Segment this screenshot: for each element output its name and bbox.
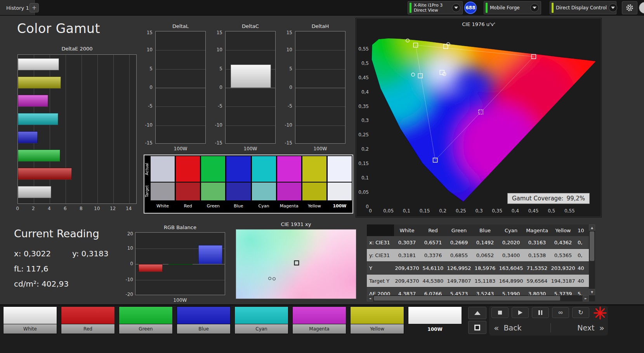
reading-cdm2: cd/m²: 402,93 [14, 279, 69, 289]
chart-title: DeltaH [295, 23, 345, 29]
y-tick-label: -10 [145, 122, 153, 128]
horizontal-scrollbar[interactable]: ◄ ► [367, 295, 589, 301]
table-cell: 209,4370 [394, 278, 420, 284]
next-button[interactable]: Next » [556, 322, 604, 334]
target-swatch-yellow [302, 183, 326, 200]
y-tick-label: 0,05 [357, 190, 369, 195]
gamut-coverage-value: 99,2% [566, 195, 585, 202]
stop-icon [498, 311, 502, 315]
patch-label: Magenta [292, 324, 346, 334]
meter-count-badge[interactable]: 688 [464, 2, 477, 14]
chevron-down-icon[interactable] [609, 3, 617, 12]
table-row-target-y[interactable]: Target Y209,437044,5380149,780715,118316… [367, 275, 589, 287]
refresh-button[interactable]: ↻ [572, 307, 589, 318]
bar-blue [18, 131, 38, 143]
deltae-x-axis: 02468101214 [16, 206, 141, 212]
y-tick-label: -15 [145, 140, 153, 146]
stop-button[interactable] [491, 307, 509, 318]
source-status-bar [486, 3, 488, 13]
bar-100w [18, 186, 51, 198]
table-row-x-cie31[interactable]: x: CIE310,30370,65710,26690,14920,20200,… [367, 236, 589, 249]
table-row-y[interactable]: Y209,437054,6110126,995218,5976163,60457… [367, 262, 589, 275]
bar-green [168, 264, 193, 265]
table-row-y-cie31[interactable]: y: CIE310,31810,33760,68550,06520,34000,… [367, 249, 589, 262]
target-swatch-blue [226, 183, 250, 200]
x-tick-label: 0,3 [475, 208, 483, 214]
loop-button[interactable]: ∞ [552, 307, 569, 318]
settings-button[interactable] [622, 1, 637, 14]
y-tick-label: 0 [357, 204, 369, 209]
add-tab-button[interactable]: + [30, 3, 39, 12]
table-cell: 6,0766 [420, 291, 446, 296]
swatch-label: White [151, 200, 175, 211]
horizontal-scroll-thumb[interactable] [374, 296, 560, 301]
scroll-right-button[interactable]: ► [583, 295, 589, 301]
col-header-green: Green [446, 228, 472, 233]
patch-magenta[interactable]: Magenta [292, 306, 346, 334]
swatch-column-white: White [151, 156, 175, 213]
patch-white[interactable]: White [3, 306, 57, 334]
actual-swatch-red [176, 156, 200, 182]
up-arrow-button[interactable] [468, 307, 486, 319]
gridline [97, 55, 98, 203]
table-row-e-2000[interactable]: ΔE 20004,38376,07665,45733,52435,19903,8… [367, 287, 589, 295]
actual-swatch-green [201, 156, 225, 182]
gridline [156, 106, 205, 107]
reading-x: x: 0,3022 [14, 249, 72, 258]
scroll-left-button[interactable]: ◄ [367, 295, 373, 301]
gridline [156, 50, 205, 50]
table-cell: 5, [576, 291, 589, 296]
col-header-yellow: Yellow [550, 228, 576, 233]
plot-area [225, 31, 276, 144]
display-control-selector[interactable]: Direct Display Control [550, 1, 616, 14]
y-tick-label: 20 [127, 231, 133, 236]
patch-color [234, 306, 288, 324]
swatch-label: Green [201, 200, 225, 211]
y-tick-label: -5 [218, 103, 222, 109]
y-tick-label: 10 [127, 245, 133, 251]
play-button[interactable] [512, 307, 529, 318]
patch-blue[interactable]: Blue [177, 306, 231, 334]
y-tick-label: -5 [288, 103, 292, 109]
chart-rgb-balance: RGB Balance 20100-10-20 100W [123, 224, 227, 306]
chart-deltae-2000: DeltaE 2000 02468101214 [16, 46, 141, 214]
x-tick-label: 0 [369, 208, 372, 214]
table-cell: 0,3376 [420, 252, 446, 258]
x-tick-label: 4 [48, 206, 51, 211]
scroll-up-button[interactable]: ▲ [589, 224, 595, 231]
patch-red[interactable]: Red [61, 306, 115, 334]
current-reading-panel: Current Reading x: 0,3022 y: 0,3183 fL: … [14, 228, 108, 294]
swatch-column-magenta: Magenta [277, 156, 301, 213]
back-button[interactable]: « Back [494, 322, 548, 334]
patch-cyan[interactable]: Cyan [234, 306, 288, 334]
bar-magenta [18, 95, 48, 107]
meter-selector[interactable]: X-Rite i1Pro 3 Direct View [408, 1, 463, 14]
chevron-down-icon[interactable] [452, 3, 460, 12]
pattern-source-selector[interactable]: Mobile Forge [484, 1, 541, 14]
patch-yellow[interactable]: Yellow [350, 306, 404, 334]
row-label: ΔE 2000 [367, 291, 394, 296]
bottom-bar: WhiteRedGreenBlueCyanMagentaYellow100W «… [0, 304, 644, 353]
y-tick-label: 5 [289, 66, 292, 71]
chart-delta-h: DeltaH 151050-5-10-15 100W [283, 23, 349, 154]
y-tick-label: 0,3 [357, 118, 369, 123]
chart-title: RGB Balance [135, 224, 225, 230]
patch-label: 100W [408, 324, 462, 334]
alert-asterisk-icon[interactable] [593, 306, 607, 322]
chevron-down-icon[interactable] [530, 3, 539, 12]
y-tick-label: 15 [286, 30, 292, 35]
corner-circle-button[interactable] [639, 2, 644, 14]
patch-green[interactable]: Green [119, 306, 173, 334]
scroll-down-button[interactable]: ▼ [589, 289, 595, 295]
patch-100w[interactable]: 100W [408, 306, 462, 334]
y-tick-label: -15 [285, 140, 292, 146]
bar-green [18, 150, 60, 162]
pause-button[interactable] [532, 307, 549, 318]
x-tick-label: 0,35 [492, 208, 502, 214]
chart-title: DeltaC [225, 23, 276, 29]
vertical-scroll-thumb[interactable] [590, 231, 594, 261]
y-tick-label: -20 [125, 292, 133, 297]
vertical-scrollbar[interactable]: ▲ ▼ [589, 224, 595, 295]
swatch-column-yellow: Yellow [302, 156, 326, 213]
pattern-window-button[interactable] [468, 321, 486, 334]
